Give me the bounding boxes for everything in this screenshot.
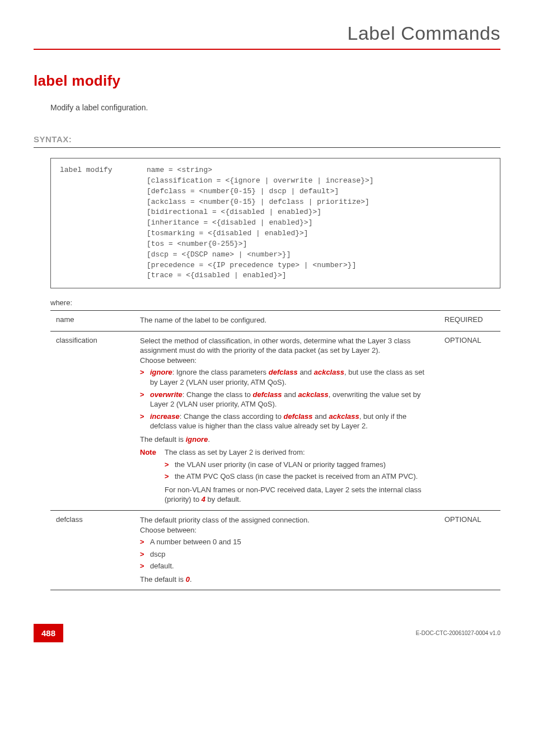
where-label: where:	[50, 298, 500, 307]
text: the VLAN user priority (in case of VLAN …	[175, 460, 433, 470]
term: ackclass	[314, 368, 344, 376]
list-item: > ignore: Ignore the class parameters de…	[140, 367, 433, 387]
text: and	[298, 368, 314, 376]
param-name: name	[50, 311, 134, 332]
text: default.	[150, 561, 433, 571]
param-desc: Select the method of classification, in …	[134, 331, 439, 510]
text: : Change the class according to	[180, 412, 284, 421]
term: defclass	[284, 412, 313, 421]
text: : Change the class to	[182, 390, 253, 399]
parameter-table: name The name of the label to be configu…	[50, 310, 500, 590]
option-text: increase: Change the class according to …	[150, 412, 433, 431]
table-row: name The name of the label to be configu…	[50, 311, 500, 332]
default-value: 0	[186, 575, 190, 584]
list-item: > overwrite: Change the class to defclas…	[140, 390, 433, 409]
param-desc: The default priority class of the assign…	[134, 511, 439, 590]
term: ackclass	[298, 390, 329, 399]
list-item: > default.	[140, 561, 433, 571]
option-key: overwrite	[150, 390, 182, 399]
param-name: defclass	[50, 511, 134, 590]
chevron-icon: >	[140, 549, 150, 559]
term: defclass	[269, 368, 298, 376]
text: and	[282, 390, 298, 399]
text: A number between 0 and 15	[150, 537, 433, 547]
text: dscp	[150, 549, 433, 559]
option-text: overwrite: Change the class to defclass …	[150, 390, 433, 409]
syntax-command: label modify	[60, 165, 147, 281]
chevron-icon: >	[140, 412, 150, 431]
syntax-args: name = <string> [classification = <{igno…	[147, 165, 374, 281]
default-value: ignore	[186, 435, 208, 444]
chevron-icon: >	[140, 367, 150, 387]
list-item: > increase: Change the class according t…	[140, 412, 433, 431]
list-item: > the VLAN user priority (in case of VLA…	[165, 460, 433, 470]
note-line: Note The class as set by Layer 2 is deri…	[140, 447, 433, 458]
chevron-icon: >	[140, 390, 150, 409]
chevron-icon: >	[165, 460, 175, 470]
text: by default.	[205, 495, 241, 503]
page-number: 488	[34, 624, 63, 642]
option-key: increase	[150, 412, 180, 421]
text: and	[313, 412, 329, 421]
text: .	[190, 575, 192, 584]
term: defclass	[253, 390, 282, 399]
header-rule	[34, 49, 500, 50]
syntax-rule	[34, 147, 500, 148]
syntax-heading: SYNTAX:	[34, 134, 500, 144]
page-footer: 488 E-DOC-CTC-20061027-0004 v1.0	[34, 624, 500, 642]
value: 4	[202, 495, 205, 503]
param-intro: The default priority class of the assign…	[140, 515, 433, 535]
note-label: Note	[140, 447, 165, 458]
text: .	[208, 435, 210, 444]
param-req: REQUIRED	[439, 311, 500, 332]
command-description: Modify a label configuration.	[50, 103, 500, 112]
param-intro: Select the method of classification, in …	[140, 336, 433, 366]
text: : Ignore the class parameters	[172, 368, 269, 376]
list-item: > the ATM PVC QoS class (in case the pac…	[165, 472, 433, 482]
text: The default is	[140, 575, 186, 584]
term: ackclass	[329, 412, 359, 421]
default-line: The default is ignore.	[140, 435, 433, 445]
option-text: ignore: Ignore the class parameters defc…	[150, 367, 433, 387]
command-title: label modify	[34, 72, 500, 90]
param-name: classification	[50, 331, 134, 510]
list-item: > dscp	[140, 549, 433, 559]
table-row: classification Select the method of clas…	[50, 331, 500, 510]
option-key: ignore	[150, 368, 172, 376]
list-item: > A number between 0 and 15	[140, 537, 433, 547]
table-row: defclass The default priority class of t…	[50, 511, 500, 590]
param-desc: The name of the label to be configured.	[134, 311, 439, 332]
text: the ATM PVC QoS class (in case the packe…	[175, 472, 433, 482]
param-req: OPTIONAL	[439, 511, 500, 590]
default-line: The default is 0.	[140, 575, 433, 585]
note-tail: For non-VLAN frames or non-PVC received …	[165, 485, 433, 505]
param-req: OPTIONAL	[439, 331, 500, 510]
chevron-icon: >	[140, 561, 150, 571]
chapter-title: Label Commands	[34, 22, 500, 49]
syntax-box: label modify name = <string> [classifica…	[50, 158, 500, 288]
note-text: The class as set by Layer 2 is derived f…	[165, 447, 433, 458]
text: The default is	[140, 435, 186, 444]
chevron-icon: >	[165, 472, 175, 482]
doc-id: E-DOC-CTC-20061027-0004 v1.0	[416, 630, 500, 636]
chevron-icon: >	[140, 537, 150, 547]
